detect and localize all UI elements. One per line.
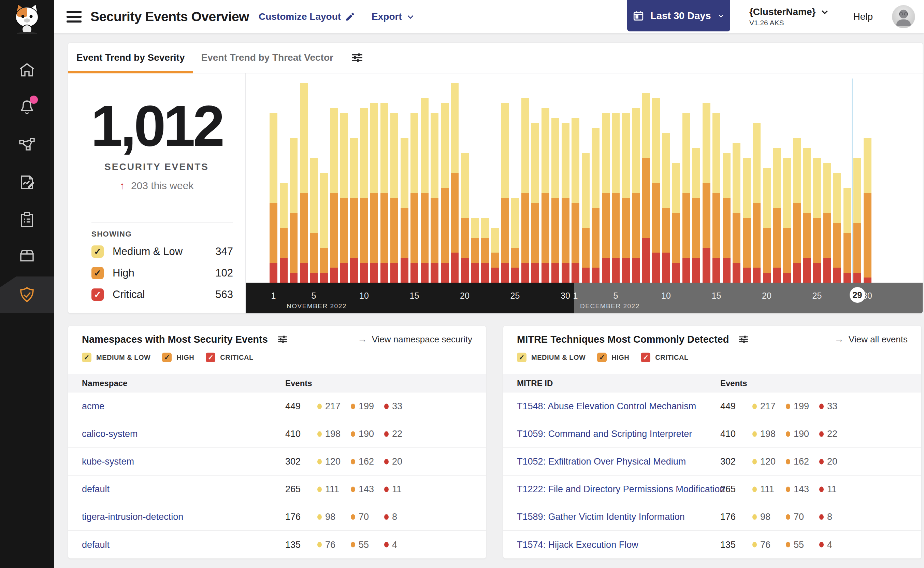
stacked-bar[interactable] — [713, 113, 720, 282]
stacked-bar[interactable] — [501, 103, 509, 282]
stacked-bar[interactable] — [592, 128, 600, 282]
severity-chip-critical[interactable]: ✓CRITICAL — [641, 353, 688, 362]
stacked-bar[interactable] — [370, 103, 378, 282]
stacked-bar[interactable] — [733, 143, 740, 282]
stacked-bar[interactable] — [582, 153, 589, 282]
severity-chip-checkbox[interactable]: ✓ — [517, 353, 526, 362]
sidebar-item-home[interactable] — [0, 54, 54, 87]
stacked-bar[interactable] — [672, 163, 680, 282]
cluster-selector[interactable]: {ClusterName} V1.26 AKS — [749, 6, 829, 27]
namespace-link[interactable]: tigera-intrusion-detection — [82, 512, 183, 522]
severity-checkbox[interactable]: ✓ — [92, 289, 104, 301]
stacked-bar[interactable] — [330, 108, 338, 282]
stacked-bar[interactable] — [723, 153, 731, 282]
stacked-bar[interactable] — [300, 83, 308, 282]
sidebar-item-policies[interactable] — [0, 166, 54, 199]
severity-chip-medium-low[interactable]: ✓MEDIUM & LOW — [82, 353, 151, 362]
stacked-bar[interactable] — [813, 158, 821, 282]
stacked-bar[interactable] — [803, 148, 811, 282]
stacked-bar[interactable] — [320, 173, 328, 282]
severity-chip-high[interactable]: ✓HIGH — [597, 353, 629, 362]
mitre-technique-link[interactable]: T1548: Abuse Elevation Control Mechanism — [517, 401, 696, 412]
stacked-bar[interactable] — [431, 113, 439, 282]
stacked-bar[interactable] — [531, 123, 539, 282]
severity-chip-checkbox[interactable]: ✓ — [641, 353, 650, 362]
severity-chip-checkbox[interactable]: ✓ — [162, 353, 172, 362]
stacked-bar[interactable] — [622, 113, 630, 282]
mitre-filter-sliders-icon[interactable] — [738, 334, 749, 345]
table-row[interactable]: calico-system41019819022 — [68, 420, 486, 448]
stacked-bar[interactable] — [702, 103, 710, 282]
sidebar-item-alerts[interactable] — [0, 91, 54, 124]
stacked-bar[interactable] — [823, 163, 831, 282]
table-row[interactable]: T1052: Exfiltration Over Physical Medium… — [503, 448, 921, 476]
stacked-bar[interactable] — [793, 138, 801, 282]
table-row[interactable]: T1548: Abuse Elevation Control Mechanism… — [503, 393, 921, 420]
mitre-technique-link[interactable]: T1052: Exfiltration Over Physical Medium — [517, 456, 686, 467]
export-button[interactable]: Export — [372, 11, 415, 22]
date-range-button[interactable]: Last 30 Days — [627, 0, 730, 32]
tab-event-trend-by-severity[interactable]: Event Trend by Severity — [68, 43, 193, 73]
sidebar-item-compliance[interactable] — [0, 204, 54, 236]
sidebar-item-service-graph[interactable] — [0, 128, 54, 161]
stacked-bar[interactable] — [662, 133, 670, 282]
table-row[interactable]: tigera-intrusion-detection17698708 — [68, 503, 486, 531]
sidebar-item-workloads[interactable] — [0, 239, 54, 272]
highlighted-day-badge[interactable]: 29 — [850, 287, 865, 303]
view-all-events-link[interactable]: → View all events — [834, 334, 907, 345]
stacked-bar[interactable] — [270, 113, 277, 282]
stacked-bar[interactable] — [602, 113, 610, 282]
table-row[interactable]: T1589: Gather Victim Identity Informatio… — [503, 503, 921, 531]
stacked-bar[interactable] — [552, 118, 559, 282]
namespaces-filter-sliders-icon[interactable] — [277, 334, 288, 345]
trend-filter-sliders-icon[interactable] — [350, 51, 364, 65]
stacked-bar[interactable] — [743, 158, 751, 282]
table-row[interactable]: T1059: Command and Scripting Interpreter… — [503, 420, 921, 448]
stacked-bar[interactable] — [310, 158, 318, 282]
stacked-bar[interactable] — [773, 148, 781, 282]
stacked-bar[interactable] — [481, 218, 489, 282]
stacked-bar[interactable] — [683, 113, 690, 282]
tab-event-trend-by-threat-vector[interactable]: Event Trend by Threat Vector — [193, 43, 341, 73]
stacked-bar[interactable] — [783, 158, 791, 282]
stacked-bar[interactable] — [401, 138, 408, 282]
stacked-bar[interactable] — [451, 83, 458, 282]
stacked-bar[interactable] — [290, 138, 297, 282]
stacked-bar[interactable] — [632, 108, 640, 282]
stacked-bar[interactable] — [522, 98, 529, 282]
severity-chip-checkbox[interactable]: ✓ — [597, 353, 607, 362]
stacked-bar[interactable] — [380, 103, 388, 282]
stacked-bar[interactable] — [853, 158, 861, 282]
hamburger-menu-button[interactable] — [66, 11, 81, 23]
mitre-technique-link[interactable]: T1589: Gather Victim Identity Informatio… — [517, 512, 685, 522]
severity-chip-checkbox[interactable]: ✓ — [82, 353, 92, 362]
stacked-bar[interactable] — [571, 118, 579, 282]
stacked-bar[interactable] — [390, 113, 398, 282]
mitre-technique-link[interactable]: T1222: File and Directory Permissions Mo… — [517, 484, 725, 495]
stacked-bar[interactable] — [360, 108, 368, 282]
stacked-bar[interactable] — [692, 148, 700, 282]
stacked-bar[interactable] — [350, 138, 358, 282]
table-row[interactable]: T1574: Hijack Execution Flow13576554 — [503, 531, 921, 559]
table-row[interactable]: T1222: File and Directory Permissions Mo… — [503, 476, 921, 503]
stacked-bar[interactable] — [340, 113, 348, 282]
customize-layout-button[interactable]: Customize Layout — [259, 11, 355, 22]
stacked-bar[interactable] — [642, 93, 650, 282]
table-row[interactable]: acme44921719933 — [68, 393, 486, 420]
stacked-bar[interactable] — [612, 113, 620, 282]
stacked-bar[interactable] — [541, 108, 549, 282]
table-row[interactable]: default13576554 — [68, 531, 486, 559]
stacked-bar[interactable] — [441, 103, 449, 282]
severity-checkbox[interactable]: ✓ — [92, 267, 104, 279]
stacked-bar[interactable] — [461, 153, 469, 282]
namespace-link[interactable]: default — [82, 539, 110, 550]
severity-chip-critical[interactable]: ✓CRITICAL — [206, 353, 253, 362]
stacked-bar[interactable] — [844, 188, 851, 282]
view-namespace-security-link[interactable]: → View namespace security — [357, 334, 472, 345]
user-avatar[interactable] — [892, 5, 915, 28]
mitre-technique-link[interactable]: T1059: Command and Scripting Interpreter — [517, 429, 692, 439]
mitre-technique-link[interactable]: T1574: Hijack Execution Flow — [517, 539, 638, 550]
stacked-bar[interactable] — [280, 183, 288, 282]
stacked-bar[interactable] — [833, 173, 841, 282]
table-row[interactable]: kube-system30212016220 — [68, 448, 486, 476]
